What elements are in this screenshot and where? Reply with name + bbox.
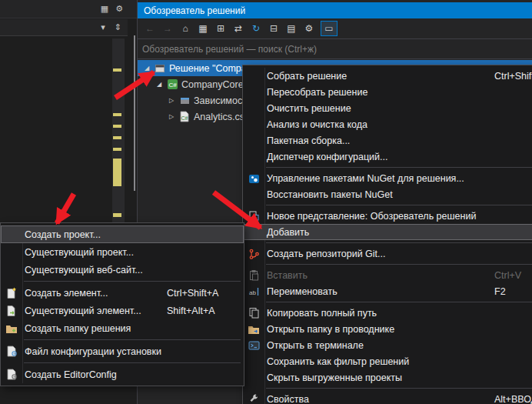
menu-item[interactable]: СвойстваAlt+ВВОД <box>243 391 532 404</box>
newfolder-icon <box>1 323 22 334</box>
menu-item-shortcut: Ctrl+V <box>494 270 521 281</box>
pending-changes-filter-icon: ⊞ <box>217 23 224 34</box>
modified-line-marker <box>113 125 121 128</box>
svg-text:ab: ab <box>249 289 256 295</box>
toolbar-show-all-files-button[interactable]: ▤ <box>283 21 300 36</box>
toolbar-collapse-all-button[interactable]: ⊟ <box>265 21 282 36</box>
menu-item[interactable]: Управление пакетами NuGet для решения... <box>243 170 532 186</box>
menu-item[interactable]: Существующий веб-сайт... <box>1 261 244 279</box>
menu-separator <box>266 242 532 243</box>
rename-icon: ab <box>243 286 264 297</box>
properties-icon <box>243 394 264 404</box>
panel-title: Обозреватель решений <box>144 5 245 16</box>
menu-separator <box>266 167 532 168</box>
toolbar-forward-button[interactable]: → <box>159 21 176 36</box>
collapse-all-icon: ⊟ <box>270 23 278 34</box>
toolbar-switch-views-button[interactable]: ▦ <box>195 21 211 36</box>
existingitem-icon <box>1 305 22 316</box>
menu-item[interactable]: Создать папку решения <box>1 319 244 337</box>
expander-icon[interactable]: ◢ <box>141 60 153 76</box>
sync-with-active-document-icon: ⇄ <box>234 23 242 34</box>
toolbar-properties-button[interactable]: ⚙ <box>301 21 318 36</box>
forward-icon: → <box>163 23 172 34</box>
menu-item[interactable]: Анализ и очистка кода <box>243 116 532 132</box>
menu-item[interactable]: Создать EditorConfig <box>1 366 244 383</box>
menu-item-label: Существующий элемент... <box>22 306 141 316</box>
gear-icon[interactable]: ⚙ <box>115 4 123 14</box>
menu-item[interactable]: Скрыть выгруженные проекты <box>243 369 532 386</box>
menu-item[interactable]: Существующий проект... <box>1 243 244 261</box>
tree-item-label: Analytics.cs <box>191 112 244 122</box>
menu-item[interactable]: abПереименоватьF2 <box>243 283 532 299</box>
panel-title-bar[interactable]: Обозреватель решений <box>138 2 532 18</box>
solution-view-icon <box>243 210 264 222</box>
menu-item[interactable]: Собрать решениеCtrl+Shift+B <box>243 68 532 84</box>
modified-line-marker <box>113 159 121 186</box>
search-input[interactable] <box>138 43 532 55</box>
menu-item[interactable]: Создать элемент...Ctrl+Shift+A <box>1 284 244 302</box>
menu-item-label: Существующий веб-сайт... <box>22 265 143 275</box>
home-icon: ⌂ <box>182 23 188 34</box>
toolbar-home-button[interactable]: ⌂ <box>177 21 194 36</box>
dependencies-icon <box>178 95 191 106</box>
csproj-icon: C# <box>165 78 179 90</box>
menu-item-label: Создать репозиторий Git... <box>264 249 386 259</box>
menu-item[interactable]: Существующий элемент...Shift+Alt+A <box>1 302 244 319</box>
tree-item-label: Зависимост <box>191 95 247 106</box>
refresh-icon: ↻ <box>252 23 260 34</box>
expander-icon[interactable]: ◢ <box>153 76 165 92</box>
menu-item-label: Создать проект... <box>22 229 101 240</box>
menu-item-shortcut: Alt+ВВОД <box>494 394 532 404</box>
properties-icon: ⚙ <box>305 23 314 34</box>
menu-item[interactable]: Файл конфигурации установки <box>1 342 244 360</box>
editor-scrollbar[interactable] <box>112 38 125 223</box>
menu-item-shortcut: F2 <box>494 286 506 297</box>
menu-item[interactable]: Создать проект... <box>1 225 244 243</box>
menu-item[interactable]: Добавить <box>243 224 532 240</box>
menu-item[interactable]: Пересобрать решение <box>243 84 532 100</box>
menu-item[interactable]: Восстановить пакеты NuGet <box>243 186 532 202</box>
editor-top-bar: ▦⚙ <box>0 0 137 18</box>
panel-grid-icon[interactable]: ▦ <box>101 4 108 14</box>
menu-item-label: Вставить <box>264 270 308 281</box>
toolbar-sync-with-active-document-button[interactable]: ⇄ <box>230 21 247 36</box>
menu-item-label: Сохранить как фильтр решений <box>264 356 409 367</box>
scrollbar-splitter-icon[interactable]: ⇕ <box>115 22 121 32</box>
menu-item[interactable]: Очистить решение <box>243 100 532 116</box>
menu-item[interactable]: Копировать полный путь <box>243 305 532 321</box>
menu-item[interactable]: ВставитьCtrl+V <box>243 267 532 283</box>
menu-separator <box>266 264 532 265</box>
folder-explorer-icon <box>243 324 264 335</box>
menu-item[interactable]: Сохранить как фильтр решений <box>243 353 532 369</box>
menu-item-label: Открыть в терминале <box>264 340 364 351</box>
menu-item[interactable]: Открыть в терминале <box>243 337 532 353</box>
expander-icon[interactable]: ▷ <box>165 109 178 125</box>
modified-line-marker <box>113 148 121 151</box>
menu-item-label: Создать элемент... <box>22 288 108 299</box>
menu-item-label: Создать EditorConfig <box>22 369 117 380</box>
toolbar-back-button[interactable]: ← <box>141 21 158 36</box>
toolbar-refresh-button[interactable]: ↻ <box>248 21 264 36</box>
svg-text:C#: C# <box>168 82 177 88</box>
menu-item[interactable]: Диспетчер конфигураций... <box>243 149 532 165</box>
panel-splitter[interactable] <box>134 35 135 191</box>
menu-item[interactable]: Открыть папку в проводнике <box>243 321 532 337</box>
vs-window: ▦⚙ ▾⇕ Обозреватель решений ←→⌂▦⊞⇄↻⊟▤⚙▭ ◢… <box>0 0 532 404</box>
menu-item[interactable]: Создать репозиторий Git... <box>243 245 532 262</box>
git-icon <box>243 248 264 260</box>
chevron-down-icon[interactable]: ▾ <box>101 22 105 32</box>
menu-item-label: Пересобрать решение <box>264 87 367 98</box>
search-box <box>138 38 532 59</box>
newitem-icon <box>1 287 22 299</box>
menu-item-label: Существующий проект... <box>22 247 134 258</box>
toolbar-pending-changes-filter-button[interactable]: ⊞ <box>212 21 229 36</box>
menu-item-label: Создать папку решения <box>22 323 131 334</box>
back-icon: ← <box>145 23 155 34</box>
toolbar-preview-selected-items-button[interactable]: ▭ <box>321 21 337 36</box>
expander-icon[interactable]: ▷ <box>165 92 178 109</box>
paste-icon <box>243 269 264 281</box>
menu-item[interactable]: Пакетная сборка... <box>243 132 532 149</box>
menu-item[interactable]: Новое представление: Обозреватель решени… <box>243 208 532 224</box>
menu-item-label: Очистить решение <box>264 103 351 114</box>
menu-item-label: Переименовать <box>264 286 337 297</box>
